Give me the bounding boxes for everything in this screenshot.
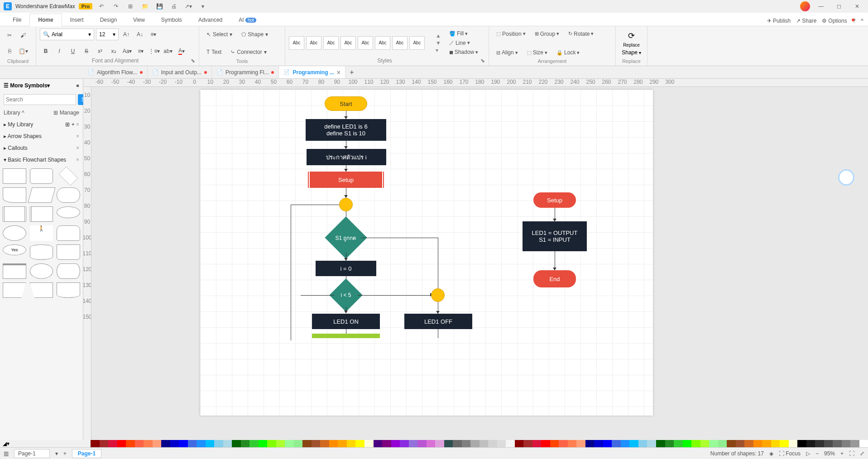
italic-icon[interactable]: I (53, 45, 65, 57)
style-preset[interactable]: Abc (358, 36, 373, 50)
color-swatch[interactable] (480, 440, 489, 447)
color-swatch[interactable] (144, 440, 153, 447)
color-swatch[interactable] (859, 440, 868, 447)
color-swatch[interactable] (170, 440, 179, 447)
color-swatch[interactable] (515, 440, 524, 447)
fc-decision-ilt5[interactable]: i < 5 (334, 283, 358, 307)
help-badge-icon[interactable] (838, 169, 854, 186)
color-swatch[interactable] (126, 440, 135, 447)
tab-close-icon[interactable]: × (337, 69, 340, 76)
paste-icon[interactable]: 📋▾ (17, 45, 29, 57)
color-swatch[interactable] (302, 440, 312, 447)
color-swatch[interactable] (153, 440, 162, 447)
shape-subprocess2[interactable] (30, 206, 53, 222)
styles-more-icon[interactable]: ▾ (436, 47, 441, 53)
page-tab[interactable]: Page-1 (72, 449, 101, 458)
fc-ledon[interactable]: LED1 ON (312, 314, 380, 329)
color-swatch[interactable] (285, 440, 294, 447)
color-swatch[interactable] (850, 440, 859, 447)
align-button[interactable]: ⊟ Align▾ (493, 48, 522, 57)
shape-rectangle[interactable] (3, 168, 26, 184)
highlight-icon[interactable]: ab▾ (162, 45, 174, 57)
shape-tool[interactable]: ⬠ Shape ▾ (238, 29, 272, 40)
collapse-sidebar-icon[interactable]: « (76, 82, 79, 89)
color-swatch[interactable] (462, 440, 471, 447)
text-tool[interactable]: T Text (203, 46, 225, 58)
shape-terminator[interactable] (57, 187, 80, 203)
style-preset[interactable]: Abc (375, 36, 390, 50)
add-tab-button[interactable]: + (345, 68, 358, 76)
style-preset[interactable]: Abc (289, 36, 304, 50)
color-swatch[interactable] (91, 440, 100, 447)
zoom-level[interactable]: 95% (824, 450, 835, 457)
fontsize-down-icon[interactable]: A↓ (134, 29, 146, 40)
fontcolor-icon[interactable]: A▾ (176, 45, 187, 57)
style-preset[interactable]: Abc (323, 36, 339, 50)
color-swatch[interactable] (523, 440, 532, 447)
shape-trap[interactable] (3, 282, 26, 298)
eyedropper-icon[interactable]: ◢▾ (3, 440, 10, 447)
fc-declare[interactable]: ประกาศตัวแปร i (307, 149, 386, 165)
doc-tab[interactable]: 📄 Input and Outp... (148, 66, 212, 78)
color-swatch[interactable] (647, 440, 656, 447)
color-swatch[interactable] (249, 440, 259, 447)
menu-insert[interactable]: Insert (62, 14, 92, 26)
color-swatch[interactable] (656, 440, 665, 447)
shape-yes[interactable]: Yes (3, 244, 26, 255)
group-button[interactable]: ⊞ Group▾ (531, 30, 563, 38)
color-swatch[interactable] (736, 440, 745, 447)
color-swatch[interactable] (700, 440, 710, 447)
list-icon[interactable]: ⋮≡▾ (149, 45, 160, 57)
color-swatch[interactable] (453, 440, 462, 447)
color-swatch[interactable] (709, 440, 718, 447)
manage-button[interactable]: ⊞ Manage (53, 110, 79, 116)
color-swatch[interactable] (347, 440, 356, 447)
library-label[interactable]: Library ^ (4, 110, 24, 116)
color-swatch[interactable] (568, 440, 577, 447)
user-avatar[interactable] (800, 1, 810, 11)
color-swatch[interactable] (338, 440, 347, 447)
color-swatch[interactable] (400, 440, 409, 447)
styles-up-icon[interactable]: ▲ (436, 33, 441, 39)
doc-tab[interactable]: 📄 Programming Fl... (212, 66, 279, 78)
focus-button[interactable]: ⛶ Focus (779, 450, 801, 457)
color-swatch[interactable] (532, 440, 542, 447)
style-preset[interactable]: Abc (409, 36, 425, 50)
export-icon[interactable]: ↗▾ (183, 1, 194, 12)
color-swatch[interactable] (842, 440, 851, 447)
color-swatch[interactable] (427, 440, 436, 447)
color-swatch[interactable] (806, 440, 815, 447)
color-swatch[interactable] (638, 440, 647, 447)
color-swatch[interactable] (391, 440, 400, 447)
options-button[interactable]: ⚙ Options (822, 18, 847, 24)
shape-parallelogram[interactable] (28, 187, 55, 203)
connector-tool[interactable]: ⤷ Connector ▾ (227, 46, 270, 58)
fit-icon[interactable]: ⛶ (849, 450, 854, 457)
fc-izero[interactable]: i = 0 (316, 261, 376, 276)
shape-doc[interactable] (3, 187, 26, 203)
color-swatch[interactable] (179, 440, 188, 447)
strike-icon[interactable]: S (81, 45, 92, 57)
color-swatch[interactable] (797, 440, 806, 447)
shape-trap2[interactable] (30, 282, 53, 298)
share-button[interactable]: ↗ Share (796, 18, 816, 24)
fontsize-up-icon[interactable]: A↑ (120, 29, 132, 40)
zoom-in-icon[interactable]: + (840, 450, 844, 457)
menu-advanced[interactable]: Advanced (190, 14, 230, 26)
shadow-button[interactable]: ◼ Shadow ▾ (446, 48, 482, 56)
maximize-icon[interactable]: ◻ (832, 1, 846, 12)
help-button[interactable]: ? (853, 18, 856, 24)
color-swatch[interactable] (355, 440, 364, 447)
shape-circle[interactable] (3, 225, 26, 241)
menu-symbols[interactable]: Symbols (153, 14, 190, 26)
fc-connector1[interactable] (339, 198, 353, 211)
fc-output[interactable]: LED1 = OUTPUT S1 = INPUT (523, 221, 587, 251)
color-swatch[interactable] (603, 440, 612, 447)
color-swatch[interactable] (674, 440, 683, 447)
canvas[interactable]: Start define LED1 is 6 define S1 is 10 ป… (91, 87, 868, 440)
replace-shape-icon[interactable]: ⟳ (628, 31, 635, 41)
close-icon[interactable]: ✕ (850, 1, 864, 12)
color-swatch[interactable] (232, 440, 241, 447)
align-icon[interactable]: ≡▾ (148, 29, 159, 40)
color-swatch[interactable] (417, 440, 427, 447)
